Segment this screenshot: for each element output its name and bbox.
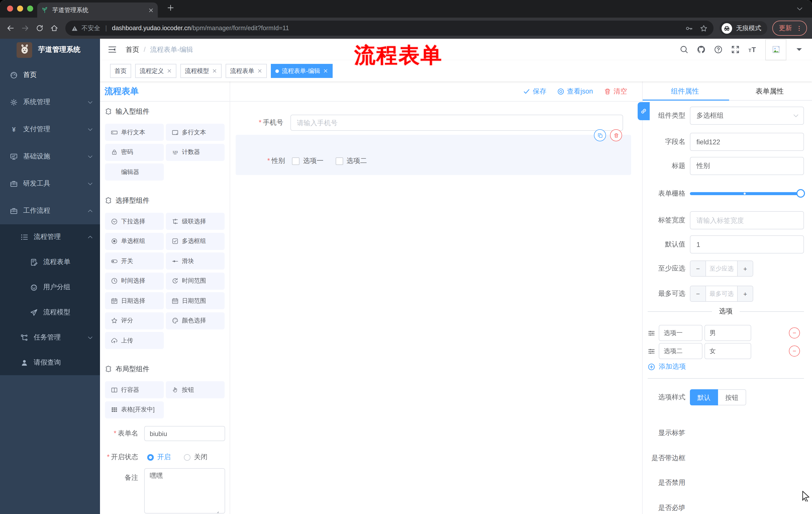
collapse-sidebar-icon[interactable] [108,45,117,54]
remove-option-button[interactable] [789,346,800,357]
palette-item-多选框组[interactable]: 多选框组 [166,233,225,250]
tag-流程定义[interactable]: 流程定义 [135,64,176,78]
home-button[interactable] [50,24,58,32]
sidebar-item-基础设施[interactable]: 基础设施 [0,143,100,170]
clear-button[interactable]: 清空 [604,87,627,96]
update-button[interactable]: 更新 [772,21,807,36]
title-input[interactable] [690,157,804,175]
new-tab-button[interactable] [167,4,174,11]
style-button-button[interactable]: 按钮 [718,389,746,405]
window-close-button[interactable] [7,5,13,11]
sidebar-item-流程管理[interactable]: 流程管理 [0,224,100,249]
view-json-button[interactable]: 查看json [557,87,593,96]
back-button[interactable] [6,24,14,32]
tag-流程表单-编辑[interactable]: 流程表单-编辑 [271,64,332,78]
security-warning-icon[interactable] [71,25,78,31]
sidebar-item-研发工具[interactable]: 研发工具 [0,170,100,197]
sidebar-item-首页[interactable]: 首页 [0,61,100,88]
palette-item-单选框组[interactable]: 单选框组 [105,233,164,250]
label-width-input[interactable] [690,211,804,229]
tab-search-icon[interactable] [796,5,803,12]
browser-menu-icon[interactable] [796,25,803,31]
browser-tab[interactable]: 芋道管理系统 [37,2,158,18]
palette-item-滑块[interactable]: 滑块 [166,252,225,270]
forward-button[interactable] [21,24,29,32]
form-remark-textarea[interactable]: 嘿嘿 [144,468,225,514]
copy-field-button[interactable] [594,129,606,141]
option-label-input[interactable] [659,325,702,341]
palette-item-上传[interactable]: 上传 [105,332,164,349]
data-binding-handle[interactable] [638,102,650,120]
palette-item-颜色选择[interactable]: 颜色选择 [166,312,225,329]
palette-item-时间选择[interactable]: 时间选择 [105,272,164,290]
font-size-icon[interactable]: TT [748,45,757,54]
status-radio-on[interactable]: 开启 [147,453,171,462]
tab-component-props[interactable]: 组件属性 [643,81,727,101]
slider-handle[interactable] [796,189,805,198]
sidebar-item-支付管理[interactable]: ¥支付管理 [0,116,100,143]
password-manager-icon[interactable] [685,24,693,32]
address-bar[interactable]: 不安全 | dashboard.yudao.iocoder.cn/bpm/man… [65,21,714,36]
phone-input[interactable] [290,115,623,131]
sidebar-item-用户分组[interactable]: 用户分组 [0,275,100,300]
github-icon[interactable] [697,45,705,54]
palette-item-密码[interactable]: 密码 [105,143,164,161]
reload-button[interactable] [36,24,44,32]
tab-form-props[interactable]: 表单属性 [727,81,812,101]
palette-item-计数器[interactable]: 123计数器 [166,143,225,161]
palette-item-日期选择[interactable]: 日期选择 [105,292,164,309]
help-icon[interactable] [714,45,723,54]
remove-option-button[interactable] [789,327,800,339]
field-name-input[interactable] [690,133,804,151]
palette-item-编辑器[interactable]: 编辑器 [105,163,164,181]
palette-item-评分[interactable]: 评分 [105,312,164,329]
user-menu-caret-icon[interactable] [795,45,804,54]
sidebar-item-请假查询[interactable]: 请假查询 [0,350,100,375]
component-type-value[interactable] [690,107,804,125]
sidebar-item-任务管理[interactable]: 任务管理 [0,325,100,350]
tag-close-icon[interactable] [212,69,217,74]
palette-item-行容器[interactable]: 行容器 [105,381,164,398]
gender-option-2[interactable]: 选项二 [336,156,367,165]
palette-item-开关[interactable]: 开关 [105,252,164,270]
status-radio-off[interactable]: 关闭 [184,453,207,462]
palette-item-按钮[interactable]: 按钮 [166,381,225,398]
style-default-button[interactable]: 默认 [690,389,718,405]
plus-button[interactable]: + [737,261,753,276]
selected-field-block[interactable]: 性别 选项一 选项二 [236,135,631,175]
tag-close-icon[interactable] [257,69,262,74]
option-value-input[interactable] [704,343,751,359]
checkbox-icon[interactable] [292,157,300,165]
save-button[interactable]: 保存 [523,87,546,96]
palette-item-级联选择[interactable]: 级联选择 [166,213,225,230]
gender-option-1[interactable]: 选项一 [292,156,324,165]
grid-slider[interactable] [690,192,804,195]
sidebar-item-流程表单[interactable]: 流程表单 [0,249,100,275]
tag-流程模型[interactable]: 流程模型 [180,64,222,78]
option-label-input[interactable] [659,343,702,359]
phone-field[interactable]: 手机号 [259,115,623,131]
sidebar-item-流程模型[interactable]: 流程模型 [0,300,100,325]
tag-close-icon[interactable] [323,69,328,74]
fullscreen-icon[interactable] [731,45,740,54]
option-value-input[interactable] [704,325,751,341]
plus-button[interactable]: + [737,286,753,301]
search-icon[interactable] [680,45,688,54]
sidebar-item-系统管理[interactable]: 系统管理 [0,88,100,116]
palette-item-日期范围[interactable]: 日期范围 [166,292,225,309]
max-select-input[interactable] [706,286,737,301]
drag-handle-icon[interactable] [648,347,655,355]
component-type-select[interactable] [690,107,804,125]
breadcrumb-home[interactable]: 首页 [126,45,139,54]
avatar[interactable] [765,39,786,60]
tag-首页[interactable]: 首页 [110,64,131,78]
drag-handle-icon[interactable] [648,329,655,337]
form-name-input[interactable] [144,426,225,441]
window-zoom-button[interactable] [27,5,33,11]
checkbox-icon[interactable] [336,157,343,165]
tag-close-icon[interactable] [167,69,172,74]
palette-item-单行文本[interactable]: 单行文本 [105,124,164,141]
tag-流程表单[interactable]: 流程表单 [226,64,267,78]
default-value-input[interactable] [690,235,804,253]
minus-button[interactable]: − [690,261,706,276]
